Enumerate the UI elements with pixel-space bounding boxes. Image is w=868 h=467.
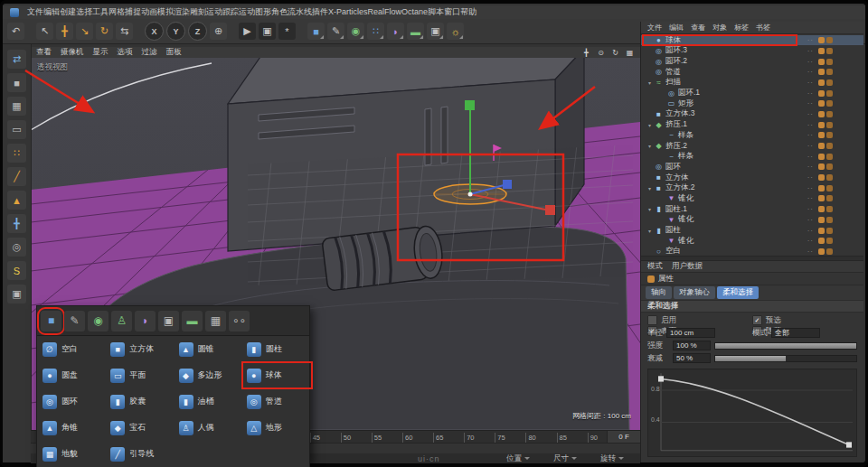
checkbox[interactable]: [752, 315, 762, 325]
primitive-item[interactable]: ♙ 人偶: [174, 415, 241, 441]
object-tag-2[interactable]: [826, 59, 833, 65]
visibility-dots[interactable]: ··: [807, 89, 814, 98]
toolbar-icon[interactable]: [298, 23, 305, 40]
add-modeling-icon[interactable]: ∷: [367, 23, 384, 40]
checkbox[interactable]: [647, 315, 657, 325]
input-value[interactable]: 100 cm: [666, 328, 715, 338]
attribute-tab[interactable]: 柔和选择: [717, 286, 759, 299]
object-tag[interactable]: [818, 195, 825, 201]
current-frame-field[interactable]: 0 F: [607, 431, 640, 443]
primitive-item[interactable]: ▦ 地貌: [37, 441, 105, 467]
primitive-item[interactable]: ◆ 多边形: [174, 362, 241, 388]
add-environment-icon[interactable]: ▬: [407, 23, 424, 40]
primitive-item[interactable]: ◎ 管道: [241, 388, 309, 415]
visibility-dots[interactable]: ··: [807, 36, 814, 44]
object-tag[interactable]: [818, 238, 825, 244]
generator-icon[interactable]: ◉: [88, 311, 108, 332]
visibility-dots[interactable]: ··: [807, 142, 814, 150]
enable-axis-icon[interactable]: ╋: [7, 214, 26, 233]
object-tag-2[interactable]: [826, 90, 833, 97]
viewport-menu-item[interactable]: 选项: [118, 47, 133, 58]
object-tag[interactable]: [818, 154, 825, 160]
object-row[interactable]: ◎ 圆环.1 ··: [641, 88, 863, 98]
menu-item[interactable]: 动画: [141, 7, 157, 16]
visibility-dots[interactable]: ··: [807, 110, 814, 118]
scale-tool-icon[interactable]: ↘: [76, 23, 93, 40]
primitive-item[interactable]: ▲ 角锥: [37, 415, 105, 441]
visibility-dots[interactable]: ··: [807, 163, 814, 171]
object-tag-2[interactable]: [826, 195, 833, 201]
add-camera-icon[interactable]: ▣: [427, 23, 444, 40]
pan-view-icon[interactable]: ╋: [581, 48, 591, 57]
x-axis-handle[interactable]: [545, 205, 555, 215]
y-axis-handle[interactable]: [465, 100, 475, 110]
menu-item[interactable]: 帮助: [460, 7, 476, 16]
primitive-item[interactable]: ▮ 胶囊: [105, 388, 173, 415]
polygons-mode-icon[interactable]: ▲: [7, 191, 26, 210]
object-tag-2[interactable]: [826, 111, 833, 117]
expand-toggle[interactable]: ▾: [646, 143, 654, 149]
primitive-item[interactable]: ● 球体: [241, 362, 309, 388]
expand-toggle[interactable]: ▾: [646, 228, 654, 234]
workplane-mode-icon[interactable]: ▭: [7, 120, 26, 139]
slider-track[interactable]: [714, 355, 857, 362]
render-view-icon[interactable]: ▶: [239, 23, 256, 40]
dots-icon[interactable]: ∘∘: [229, 311, 250, 332]
live-selection-icon[interactable]: ↖: [36, 23, 53, 40]
toggle-view-icon[interactable]: ▦: [625, 48, 635, 57]
object-tag[interactable]: [818, 185, 825, 191]
object-tag[interactable]: [818, 100, 825, 107]
object-tag[interactable]: [818, 79, 825, 86]
primitive-item[interactable]: ▮ 圆柱: [241, 336, 309, 362]
input-field[interactable]: 模式 全部: [752, 328, 857, 339]
viewport-menu-item[interactable]: 摄像机: [61, 47, 84, 58]
viewport-menu-item[interactable]: 查看: [36, 47, 52, 58]
menu-item[interactable]: 插件: [312, 7, 328, 16]
visibility-dots[interactable]: ··: [807, 99, 814, 107]
visibility-dots[interactable]: ··: [807, 121, 814, 129]
object-row[interactable]: ▾ ◆ 挤压.1 ··: [641, 119, 863, 130]
visibility-dots[interactable]: ··: [807, 131, 814, 139]
object-row-sphere[interactable]: ● 球体 ··: [641, 35, 863, 46]
object-row[interactable]: ▾ ≈ 扫描 ··: [641, 78, 863, 89]
visibility-dots[interactable]: ··: [807, 184, 814, 192]
rotate-view-icon[interactable]: ↻: [610, 48, 620, 57]
primitive-item[interactable]: ╱ 引导线: [105, 441, 173, 467]
object-tag[interactable]: [818, 48, 825, 54]
toolbar-icon[interactable]: [27, 23, 33, 40]
visibility-dots[interactable]: ··: [807, 79, 814, 87]
menu-item[interactable]: 模拟: [157, 7, 174, 16]
menu-item[interactable]: RealFlow: [368, 7, 402, 16]
menu-item[interactable]: 运动图形: [239, 7, 271, 16]
render-settings-icon[interactable]: *: [278, 23, 296, 40]
object-row[interactable]: ▾ ▮ 圆柱 ··: [641, 225, 863, 236]
rotate-tool-icon[interactable]: ↻: [96, 23, 113, 40]
menu-item[interactable]: 流水线: [288, 7, 312, 16]
grid-icon[interactable]: ▦: [205, 311, 226, 332]
viewport-solo-icon[interactable]: ◎: [7, 238, 26, 257]
object-tag[interactable]: [818, 69, 825, 75]
primitive-item[interactable]: ▭ 平面: [105, 362, 173, 388]
menu-item[interactable]: 工具: [92, 7, 108, 16]
expand-toggle[interactable]: ▾: [646, 185, 654, 191]
object-tag-2[interactable]: [826, 217, 833, 223]
visibility-dots[interactable]: ··: [807, 153, 814, 161]
object-row[interactable]: ◎ 管道 ··: [641, 67, 863, 78]
visibility-dots[interactable]: ··: [807, 194, 814, 202]
slider-value[interactable]: 50 %: [673, 353, 711, 363]
menu-item[interactable]: 角色: [271, 7, 288, 16]
object-tag[interactable]: [818, 122, 825, 128]
object-row[interactable]: ▾ ■ 立方体.2 ··: [641, 182, 863, 193]
deformer-icon[interactable]: ◗: [135, 311, 156, 332]
menu-item[interactable]: X-Particles: [328, 7, 368, 16]
object-row[interactable]: ◎ 圆环.2 ··: [641, 56, 863, 67]
menu-item[interactable]: 选择: [76, 7, 92, 16]
workplane-snap-icon[interactable]: ▣: [7, 285, 26, 304]
zoom-view-icon[interactable]: ⊙: [596, 48, 606, 57]
visibility-dots[interactable]: ··: [807, 227, 814, 235]
object-row[interactable]: ▼ 锥化 ··: [641, 193, 863, 204]
menu-item[interactable]: 网格: [108, 7, 125, 16]
object-tag-2[interactable]: [826, 154, 833, 160]
object-tag-2[interactable]: [826, 248, 833, 255]
menu-item[interactable]: 渲染: [174, 7, 190, 16]
